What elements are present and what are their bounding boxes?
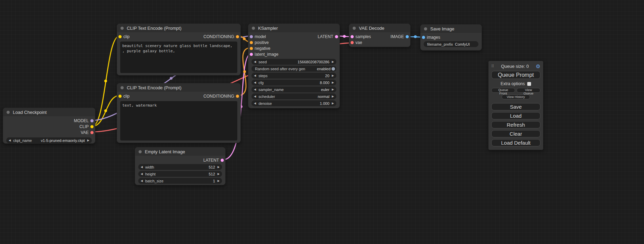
node-title-bar[interactable]: VAE Decode (349, 24, 410, 32)
widget-random-seed[interactable]: Random seed after every gen enabled (252, 66, 336, 72)
input-port-samples[interactable] (351, 35, 354, 38)
view-queue-button[interactable]: View Queue (517, 88, 540, 93)
widget-ckpt-name[interactable]: ◀ ckpt_name v1-5-pruned-emaonly.ckpt ▶ (6, 137, 92, 143)
arrow-right-icon[interactable]: ▶ (87, 139, 89, 142)
node-clip-text-encode-positive[interactable]: CLIP Text Encode (Prompt) clip CONDITION… (117, 24, 241, 75)
arrow-left-icon[interactable]: ◀ (254, 102, 256, 105)
arrow-left-icon[interactable]: ◀ (254, 95, 256, 98)
drag-handle-icon[interactable]: ⠿ (491, 64, 494, 69)
settings-gear-icon[interactable]: ⚙ (536, 64, 540, 69)
load-default-button[interactable]: Load Default (491, 139, 540, 146)
arrow-right-icon[interactable]: ▶ (332, 74, 334, 77)
link-midpoint-dot (104, 109, 107, 112)
arrow-left-icon[interactable]: ◀ (141, 166, 143, 169)
input-port-model[interactable] (250, 35, 253, 38)
node-title-bar[interactable]: Load Checkpoint (3, 108, 95, 116)
collapse-dot-icon[interactable] (7, 111, 10, 114)
widget-value: 1.000 (320, 101, 329, 106)
arrow-left-icon[interactable]: ◀ (9, 139, 11, 142)
node-load-checkpoint[interactable]: Load Checkpoint MODEL CLIP VAE ◀ ckpt_na… (3, 108, 95, 144)
widget-steps[interactable]: ◀ steps 20 ▶ (252, 73, 336, 79)
node-save-image[interactable]: Save Image images filename_prefix ComfyU… (420, 24, 482, 51)
random-seed-toggle[interactable] (332, 67, 335, 71)
widget-scheduler[interactable]: ◀ scheduler normal ▶ (252, 93, 336, 99)
slot-row: vae (349, 39, 410, 45)
widget-cfg[interactable]: ◀ cfg 8.000 ▶ (252, 80, 336, 85)
node-title-bar[interactable]: CLIP Text Encode (Prompt) (117, 83, 240, 92)
widget-height[interactable]: ◀ height 512 ▶ (138, 171, 222, 177)
widget-value: 20 (325, 74, 329, 78)
slot-row: negative (248, 45, 339, 51)
extra-options-checkbox[interactable] (527, 82, 531, 86)
output-port-latent[interactable] (221, 159, 224, 162)
collapse-dot-icon[interactable] (121, 27, 124, 30)
node-title-bar[interactable]: Empty Latent Image (135, 147, 225, 156)
arrow-right-icon[interactable]: ▶ (332, 61, 334, 63)
node-title: CLIP Text Encode (Prompt) (127, 26, 182, 31)
input-port-negative[interactable] (250, 47, 253, 50)
arrow-right-icon[interactable]: ▶ (332, 81, 334, 84)
output-port-vae[interactable] (90, 131, 94, 134)
node-title-bar[interactable]: Save Image (421, 25, 482, 33)
node-empty-latent-image[interactable]: Empty Latent Image LATENT ◀ width 512 ▶ … (135, 147, 226, 185)
widget-sampler-name[interactable]: ◀ sampler_name euler ▶ (252, 87, 336, 92)
view-history-button[interactable]: View History (502, 94, 530, 99)
input-label-latent-image: latent_image (255, 52, 279, 57)
output-port-conditioning[interactable] (236, 94, 239, 98)
widget-width[interactable]: ◀ width 512 ▶ (138, 164, 222, 170)
arrow-left-icon[interactable]: ◀ (254, 88, 256, 91)
widget-label: ckpt_name (13, 138, 32, 143)
node-graph-canvas[interactable]: Load Checkpoint MODEL CLIP VAE ◀ ckpt_na… (0, 0, 644, 244)
collapse-dot-icon[interactable] (121, 86, 124, 89)
arrow-right-icon[interactable]: ▶ (332, 95, 334, 98)
queue-front-button[interactable]: Queue Front (491, 88, 515, 93)
arrow-right-icon[interactable]: ▶ (218, 180, 220, 182)
output-label-conditioning: CONDITIONING (203, 34, 234, 39)
input-port-clip[interactable] (118, 35, 122, 38)
arrow-right-icon[interactable]: ▶ (218, 166, 220, 169)
widget-seed[interactable]: ◀ seed 156680208700286 ▶ (252, 59, 336, 65)
collapse-dot-icon[interactable] (353, 27, 356, 30)
node-ksampler[interactable]: KSampler model LATENT positive negative … (248, 24, 340, 108)
collapse-dot-icon[interactable] (139, 150, 142, 153)
output-port-latent[interactable] (335, 35, 338, 38)
load-button[interactable]: Load (491, 112, 540, 119)
arrow-right-icon[interactable]: ▶ (218, 173, 220, 175)
input-port-positive[interactable] (250, 41, 253, 44)
node-title-bar[interactable]: CLIP Text Encode (Prompt) (117, 24, 240, 32)
arrow-left-icon[interactable]: ◀ (141, 180, 143, 182)
input-port-images[interactable] (422, 36, 425, 39)
input-port-clip[interactable] (118, 94, 122, 98)
node-clip-text-encode-negative[interactable]: CLIP Text Encode (Prompt) clip CONDITION… (117, 83, 241, 143)
input-port-vae[interactable] (351, 41, 354, 44)
widget-filename-prefix[interactable]: filename_prefix ComfyUI (424, 41, 478, 47)
collapse-dot-icon[interactable] (252, 27, 255, 30)
output-port-image[interactable] (406, 35, 409, 38)
widget-label: steps (258, 74, 267, 78)
widget-batch-size[interactable]: ◀ batch_size 1 ▶ (138, 178, 222, 184)
arrow-left-icon[interactable]: ◀ (254, 61, 256, 63)
save-button[interactable]: Save (491, 103, 540, 110)
arrow-left-icon[interactable]: ◀ (254, 74, 256, 77)
arrow-left-icon[interactable]: ◀ (254, 81, 256, 84)
arrow-left-icon[interactable]: ◀ (141, 173, 143, 175)
queue-prompt-button[interactable]: Queue Prompt (491, 71, 540, 79)
prompt-textarea[interactable]: text, watermark (120, 101, 237, 141)
output-port-clip[interactable] (90, 125, 94, 128)
clear-button[interactable]: Clear (491, 130, 540, 137)
widget-label: Random seed after every gen (255, 67, 305, 71)
slot-row: CLIP (3, 124, 95, 129)
node-title-bar[interactable]: KSampler (248, 24, 339, 32)
input-label-samples: samples (355, 34, 371, 39)
refresh-button[interactable]: Refresh (491, 121, 540, 128)
node-vae-decode[interactable]: VAE Decode samples IMAGE vae (349, 24, 411, 47)
extra-options-label: Extra options (501, 81, 525, 86)
output-port-conditioning[interactable] (236, 35, 239, 38)
collapse-dot-icon[interactable] (424, 27, 427, 30)
widget-denoise[interactable]: ◀ denoise 1.000 ▶ (252, 100, 336, 106)
arrow-right-icon[interactable]: ▶ (332, 88, 334, 91)
prompt-textarea[interactable]: beautiful scenery nature glass bottle la… (120, 42, 237, 73)
arrow-right-icon[interactable]: ▶ (332, 102, 334, 105)
input-port-latent-image[interactable] (250, 53, 253, 56)
output-port-model[interactable] (90, 119, 94, 122)
